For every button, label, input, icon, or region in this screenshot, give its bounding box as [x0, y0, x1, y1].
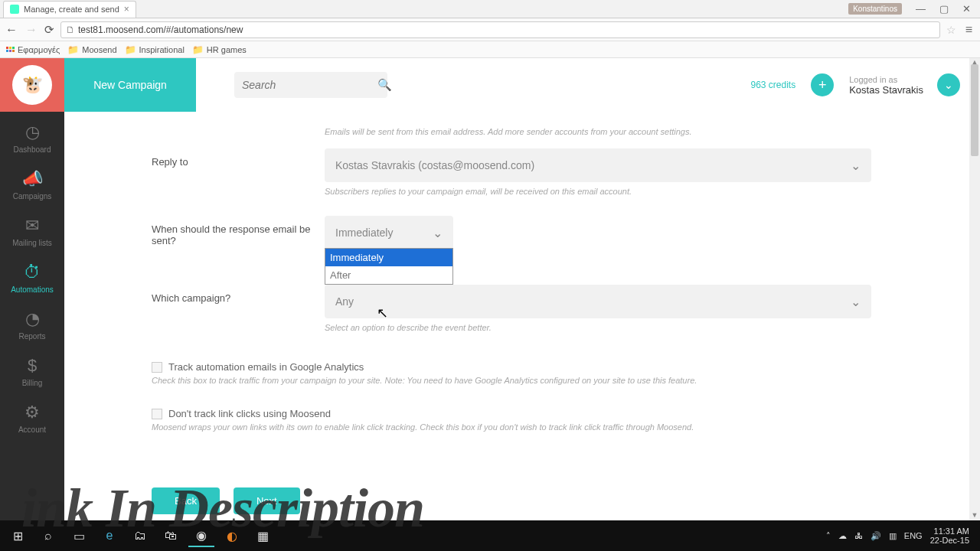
apps-button[interactable]: Εφαρμογές [6, 45, 60, 54]
when-value: Immediately [335, 227, 393, 239]
back-icon[interactable]: ← [5, 23, 18, 37]
when-dropdown: Immediately After [325, 248, 453, 285]
new-campaign-button[interactable]: New Campaign [64, 58, 196, 112]
logo[interactable]: 🐮 [0, 58, 64, 112]
tab-favicon [10, 5, 19, 14]
sidebar-item-reports[interactable]: ◔Reports [0, 298, 64, 345]
campaign-help: Select an option to describe the event b… [325, 323, 871, 332]
reload-icon[interactable]: ⟳ [44, 23, 54, 37]
next-button[interactable]: Next [234, 487, 300, 514]
stopwatch-icon: ⏱ [0, 262, 64, 282]
dont-track-checkbox[interactable] [152, 409, 162, 419]
gear-icon: ⚙ [0, 403, 64, 422]
start-button[interactable]: ⊞ [5, 524, 31, 547]
folder-icon: 📁 [125, 44, 136, 55]
sidebar-item-label: Mailing lists [0, 239, 64, 247]
search-taskbar-icon[interactable]: ⌕ [35, 524, 61, 547]
chrome-user-badge[interactable]: Konstantinos [848, 3, 902, 15]
search-box[interactable]: 🔍 [234, 72, 387, 98]
when-label: When should the response email be sent? [152, 216, 325, 246]
browser-tab-strip: Manage, create and send × Konstantinos —… [0, 0, 980, 18]
time-text: 11:31 AM [930, 527, 969, 536]
tab-close-icon[interactable]: × [124, 4, 129, 15]
search-input[interactable] [242, 79, 377, 91]
reply-to-select[interactable]: Kostas Stavrakis (costas@moosend.com) ⌄ [325, 148, 871, 182]
sidebar-item-automations[interactable]: ⏱Automations [0, 252, 64, 298]
app-root: ▲ ▼ 🐮 ◷Dashboard 📣Campaigns ✉Mailing lis… [0, 58, 980, 520]
task-view-icon[interactable]: ▭ [66, 524, 92, 547]
sidebar-item-dashboard[interactable]: ◷Dashboard [0, 112, 64, 158]
sender-help-text: Emails will be sent from this email addr… [325, 127, 957, 136]
when-select[interactable]: Immediately ⌄ [325, 216, 453, 249]
sidebar-item-label: Billing [0, 379, 64, 387]
app-icon[interactable]: ▦ [250, 524, 276, 547]
chevron-down-icon: ⌄ [851, 295, 861, 309]
sidebar-item-mailing-lists[interactable]: ✉Mailing lists [0, 205, 64, 252]
windows-taskbar: ⊞ ⌕ ▭ e 🗂 🛍 ◉ ◐ ▦ ˄ ☁ 🖧 🔊 ▥ ENG 11:31 AM… [0, 520, 980, 551]
browser-menu-icon[interactable]: ≡ [962, 23, 975, 37]
window-close-icon[interactable]: ✕ [962, 3, 971, 15]
network-icon[interactable]: 🖧 [854, 531, 863, 540]
bookmark-label: Inspirational [139, 45, 185, 54]
add-button[interactable]: + [811, 73, 834, 96]
apps-icon [6, 47, 15, 52]
store-icon[interactable]: 🛍 [158, 524, 184, 547]
logged-in-label: Logged in as [849, 75, 923, 84]
bookmark-hr-games[interactable]: 📁HR games [192, 44, 247, 55]
gauge-icon: ◷ [0, 122, 64, 142]
clock[interactable]: 11:31 AM 22-Dec-15 [930, 527, 969, 545]
sidebar-item-campaigns[interactable]: 📣Campaigns [0, 158, 64, 205]
user-name: Kostas Stavrakis [849, 84, 923, 96]
window-maximize-icon[interactable]: ▢ [939, 3, 949, 15]
user-dropdown-icon[interactable]: ⌄ [937, 73, 960, 96]
explorer-icon[interactable]: 🗂 [127, 524, 153, 547]
apps-label: Εφαρμογές [18, 45, 60, 54]
reply-to-label: Reply to [152, 148, 325, 168]
sidebar-item-label: Account [0, 425, 64, 434]
chrome-icon[interactable]: ◉ [188, 524, 214, 547]
reply-to-help: Subscribers replies to your campaign ema… [325, 187, 871, 196]
folder-icon: 📁 [192, 44, 204, 55]
sidebar-item-label: Reports [0, 332, 64, 341]
url-text: test81.moosend.com/#/automations/new [78, 24, 243, 35]
sidebar-item-account[interactable]: ⚙Account [0, 392, 64, 439]
sidebar-item-label: Automations [0, 285, 64, 294]
search-icon[interactable]: 🔍 [377, 78, 392, 92]
chevron-down-icon: ⌄ [433, 226, 443, 240]
clock-icon: ◔ [0, 309, 64, 329]
notifications-icon[interactable]: ▥ [889, 531, 897, 541]
topbar: New Campaign 🔍 963 credits + Logged in a… [64, 58, 971, 112]
firefox-icon[interactable]: ◐ [219, 524, 245, 547]
bookmark-moosend[interactable]: 📁Moosend [67, 44, 116, 55]
date-text: 22-Dec-15 [930, 536, 969, 545]
onedrive-icon[interactable]: ☁ [838, 531, 847, 541]
folder-icon: 📁 [67, 44, 79, 55]
back-button[interactable]: Back [152, 487, 220, 514]
tray-up-icon[interactable]: ˄ [826, 531, 831, 541]
dont-track-label: Don't track link clicks using Moosend [168, 408, 331, 419]
edge-icon[interactable]: e [96, 524, 122, 547]
envelope-icon: ✉ [0, 216, 64, 236]
forward-icon: → [24, 23, 38, 37]
address-bar[interactable]: 🗋 test81.moosend.com/#/automations/new [60, 21, 940, 38]
ga-checkbox[interactable] [152, 362, 162, 373]
sidebar-item-billing[interactable]: $Billing [0, 345, 64, 392]
credits-label[interactable]: 963 credits [750, 80, 795, 90]
bookmark-bar: Εφαρμογές 📁Moosend 📁Inspirational 📁HR ga… [0, 41, 980, 58]
language-indicator[interactable]: ENG [904, 531, 923, 540]
window-minimize-icon[interactable]: — [916, 3, 926, 15]
bookmark-inspirational[interactable]: 📁Inspirational [125, 44, 185, 55]
reply-to-value: Kostas Stavrakis (costas@moosend.com) [335, 159, 534, 171]
when-option-after[interactable]: After [325, 266, 452, 284]
tab-title: Manage, create and send [24, 5, 119, 14]
browser-tab[interactable]: Manage, create and send × [3, 1, 136, 18]
volume-icon[interactable]: 🔊 [871, 531, 881, 541]
when-option-immediately[interactable]: Immediately [325, 249, 452, 266]
campaign-select[interactable]: Any ⌄ [325, 285, 871, 318]
user-menu[interactable]: Logged in as Kostas Stavrakis ⌄ [849, 73, 960, 96]
campaign-label: Which campaign? [152, 285, 325, 304]
bookmark-star-icon[interactable]: ☆ [946, 24, 956, 36]
browser-toolbar: ← → ⟳ 🗋 test81.moosend.com/#/automations… [0, 18, 980, 41]
bookmark-label: HR games [207, 45, 247, 54]
sidebar: 🐮 ◷Dashboard 📣Campaigns ✉Mailing lists ⏱… [0, 58, 64, 520]
